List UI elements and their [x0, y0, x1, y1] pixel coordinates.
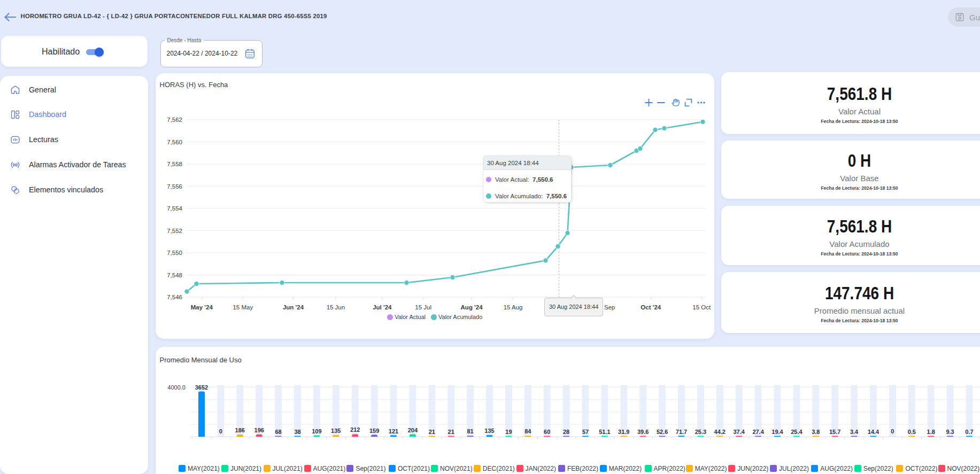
svg-text:25.3: 25.3 — [695, 429, 706, 435]
svg-text:7,550: 7,550 — [167, 250, 182, 256]
svg-text:0: 0 — [219, 428, 222, 434]
svg-text:212: 212 — [350, 426, 360, 433]
svg-text:15.7: 15.7 — [829, 429, 840, 435]
svg-text:21: 21 — [429, 429, 435, 435]
svg-text:19: 19 — [505, 429, 512, 435]
svg-text:Sep: Sep — [604, 304, 615, 310]
svg-text:7,556: 7,556 — [167, 183, 182, 190]
svg-text:7,552: 7,552 — [167, 228, 182, 234]
svg-text:19.4: 19.4 — [771, 429, 783, 435]
svg-text:15 Aug: 15 Aug — [503, 304, 522, 310]
svg-text:121: 121 — [389, 428, 398, 434]
svg-text:81: 81 — [467, 428, 473, 434]
svg-text:0.5: 0.5 — [908, 429, 916, 435]
svg-text:15 May: 15 May — [233, 304, 253, 310]
svg-text:51.1: 51.1 — [599, 429, 610, 435]
svg-text:25.4: 25.4 — [791, 429, 802, 435]
svg-text:28: 28 — [563, 429, 569, 435]
svg-text:7,548: 7,548 — [167, 272, 182, 278]
svg-text:7,562: 7,562 — [167, 116, 182, 123]
svg-text:15 Jun: 15 Jun — [326, 304, 345, 310]
svg-text:15 Oct: 15 Oct — [692, 304, 711, 310]
svg-text:1.8: 1.8 — [927, 429, 935, 435]
svg-text:71.7: 71.7 — [676, 429, 687, 435]
svg-text:0.7: 0.7 — [965, 429, 973, 435]
svg-text:196: 196 — [254, 427, 264, 433]
svg-text:159: 159 — [369, 428, 379, 434]
svg-text:7,558: 7,558 — [167, 161, 182, 167]
svg-text:14.4: 14.4 — [868, 429, 879, 435]
svg-text:60: 60 — [544, 429, 550, 435]
svg-text:9.3: 9.3 — [946, 429, 954, 435]
svg-text:3.4: 3.4 — [850, 429, 859, 435]
svg-text:27.4: 27.4 — [752, 429, 764, 435]
svg-text:39.6: 39.6 — [637, 429, 649, 435]
svg-text:38: 38 — [294, 429, 300, 435]
svg-text:68: 68 — [275, 429, 281, 435]
svg-text:7,554: 7,554 — [167, 205, 182, 212]
svg-text:135: 135 — [331, 428, 341, 434]
svg-text:21: 21 — [448, 429, 454, 435]
svg-text:Jun '24: Jun '24 — [282, 304, 304, 310]
svg-text:Jul '24: Jul '24 — [373, 304, 392, 310]
svg-text:44.2: 44.2 — [714, 429, 726, 435]
svg-text:0: 0 — [891, 428, 894, 434]
svg-text:4000.0: 4000.0 — [167, 384, 186, 391]
svg-text:3652: 3652 — [195, 384, 208, 391]
svg-text:84: 84 — [524, 428, 531, 434]
svg-text:186: 186 — [235, 427, 245, 433]
svg-text:15 Jul: 15 Jul — [415, 304, 431, 310]
svg-text:7,560: 7,560 — [167, 139, 182, 145]
svg-text:57: 57 — [582, 429, 589, 435]
svg-text:52.6: 52.6 — [657, 429, 668, 435]
svg-text:204: 204 — [408, 427, 418, 433]
svg-text:31.9: 31.9 — [618, 429, 629, 435]
svg-text:109: 109 — [312, 428, 321, 434]
svg-text:3.8: 3.8 — [812, 429, 820, 435]
svg-text:Aug '24: Aug '24 — [460, 304, 483, 310]
svg-text:37.4: 37.4 — [733, 429, 745, 435]
svg-text:7,546: 7,546 — [167, 294, 182, 300]
svg-text:May '24: May '24 — [190, 304, 213, 310]
svg-text:135: 135 — [484, 428, 494, 434]
svg-text:Oct '24: Oct '24 — [641, 304, 661, 310]
